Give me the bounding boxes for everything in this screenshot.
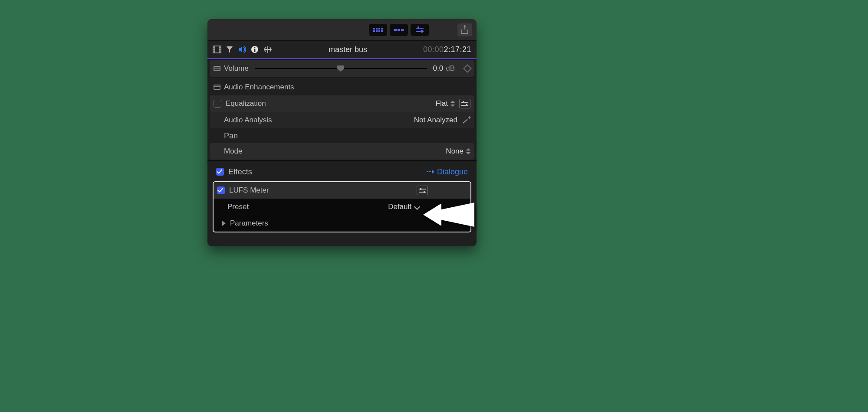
arrow-right-icon — [427, 169, 434, 174]
chevron-down-icon[interactable] — [414, 204, 420, 210]
effects-section: Effects Dialogue LUFS Meter Preset Defau… — [207, 160, 477, 233]
effects-category-link[interactable]: Dialogue — [427, 167, 468, 177]
transition-inspector-icon[interactable] — [263, 45, 273, 54]
equalization-row: Equalization Flat — [210, 95, 474, 112]
effects-checkbox[interactable] — [216, 168, 224, 176]
pan-mode-row: Mode None — [210, 143, 474, 160]
volume-unit: dB — [446, 64, 455, 73]
inspector-panel: master bus 00:002:17:21 Volume 0.0 dB Au… — [207, 19, 477, 246]
pan-mode-label: Mode — [224, 147, 243, 156]
volume-slider[interactable] — [255, 64, 427, 73]
share-button[interactable] — [457, 23, 472, 36]
clip-timecode: 00:002:17:21 — [423, 45, 471, 54]
svg-point-11 — [254, 47, 256, 49]
audio-enhancements-section: Audio Enhancements Equalization Flat Aud… — [207, 78, 477, 160]
equalization-label: Equalization — [226, 99, 266, 108]
filter-inspector-icon[interactable] — [226, 46, 233, 53]
audio-enhancements-label: Audio Enhancements — [224, 83, 294, 92]
lufs-label: LUFS Meter — [229, 186, 269, 195]
pan-header: Pan — [210, 128, 474, 143]
section-collapse-icon[interactable] — [214, 85, 220, 90]
audio-analysis-row: Audio Analysis Not Analyzed — [210, 112, 474, 128]
lufs-checkbox[interactable] — [217, 186, 225, 194]
clip-info-bar: master bus 00:002:17:21 — [207, 41, 477, 59]
sliders-view-button[interactable] — [411, 24, 429, 36]
section-collapse-icon[interactable] — [214, 66, 220, 71]
audio-analysis-value: Not Analyzed — [414, 116, 457, 124]
grid-icon — [373, 28, 383, 32]
svg-rect-12 — [254, 49, 256, 52]
info-inspector-icon[interactable] — [251, 46, 259, 53]
audio-analysis-label: Audio Analysis — [224, 116, 272, 124]
row-icon — [394, 29, 404, 31]
sliders-icon — [416, 26, 424, 33]
audio-enhancements-header: Audio Enhancements — [210, 79, 474, 95]
volume-label: Volume — [224, 64, 249, 73]
inspector-top-toolbar — [207, 19, 477, 41]
clip-inspector-tabs — [213, 45, 273, 54]
share-icon — [461, 26, 469, 34]
row-view-button[interactable] — [390, 24, 408, 36]
volume-section: Volume 0.0 dB — [207, 59, 477, 78]
effects-header-row: Effects Dialogue — [210, 163, 474, 180]
lufs-parameters-row[interactable]: Parameters — [214, 215, 470, 232]
slider-thumb-icon[interactable] — [337, 65, 344, 72]
lufs-preset-row: Preset Default — [214, 199, 470, 215]
timecode-dim: 00:00 — [423, 45, 444, 54]
clip-title: master bus — [273, 45, 423, 54]
volume-value[interactable]: 0.0 — [433, 64, 444, 73]
disclosure-triangle-icon[interactable] — [222, 221, 226, 226]
lufs-meter-row: LUFS Meter — [214, 182, 470, 199]
lufs-preset-value[interactable]: Default — [388, 203, 411, 211]
equalization-checkbox[interactable] — [214, 100, 221, 108]
keyframe-button[interactable] — [463, 64, 472, 73]
magic-wand-icon[interactable] — [462, 116, 470, 124]
stepper-icon[interactable] — [450, 101, 455, 107]
equalization-value[interactable]: Flat — [436, 99, 448, 108]
stepper-icon[interactable] — [466, 148, 470, 154]
effects-category-label: Dialogue — [437, 167, 468, 177]
svg-marker-9 — [227, 46, 233, 52]
volume-row: Volume 0.0 dB — [210, 60, 474, 77]
lufs-preset-label: Preset — [227, 203, 249, 211]
pan-mode-value[interactable]: None — [446, 147, 464, 156]
lufs-meter-effect: LUFS Meter Preset Default Parameters — [213, 181, 471, 232]
video-inspector-icon[interactable] — [213, 46, 221, 53]
lufs-controls-button[interactable] — [417, 186, 428, 195]
effects-label: Effects — [228, 167, 252, 177]
timecode-bright: 2:17:21 — [444, 45, 471, 54]
equalization-controls-button[interactable] — [459, 99, 470, 108]
lufs-parameters-label: Parameters — [230, 219, 268, 228]
inspector-view-segment — [369, 24, 429, 36]
audio-inspector-icon[interactable] — [238, 46, 247, 53]
grid-view-button[interactable] — [369, 24, 387, 36]
